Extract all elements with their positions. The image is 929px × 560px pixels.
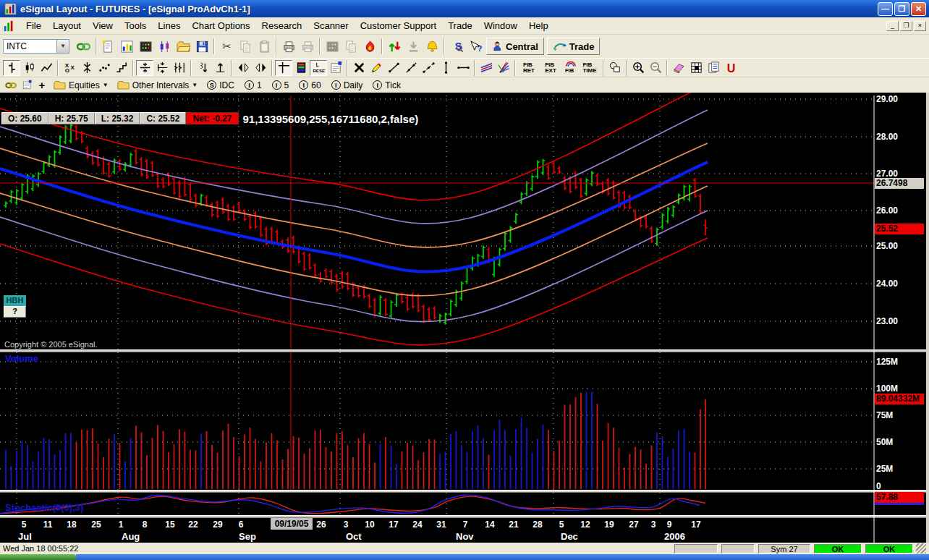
grid-icon[interactable] [687, 60, 705, 76]
menu-item-view[interactable]: View [87, 18, 119, 33]
central-button[interactable]: Central [486, 38, 544, 55]
equities-folder[interactable]: Equities ▼ [49, 80, 113, 90]
up-down-arrows-icon[interactable] [385, 37, 404, 56]
magnet-icon[interactable]: U [722, 60, 739, 76]
other-intervals-folder[interactable]: Other Intervals ▼ [113, 80, 203, 90]
point-figure-icon[interactable]: XOX [61, 60, 78, 76]
title-bar: eSignal Layout - FUTURES - [eSignal ProA… [0, 0, 929, 17]
shift-up-icon[interactable] [194, 60, 211, 76]
restore-button[interactable]: ❐ [894, 2, 909, 16]
status-ok-indicator-1: OK [814, 544, 862, 553]
link-group-icon[interactable] [3, 78, 19, 93]
menu-item-layout[interactable]: Layout [47, 18, 87, 33]
pitchfork-icon[interactable] [495, 60, 512, 76]
menu-item-research[interactable]: Research [256, 18, 308, 33]
menu-item-trade[interactable]: Trade [442, 18, 478, 33]
delete-tool-icon[interactable] [350, 60, 368, 76]
cut-icon[interactable]: ✂ [217, 37, 236, 56]
fib-time-icon[interactable]: FIBTIME [579, 60, 601, 76]
interval-button-idc[interactable]: SIDC [202, 80, 239, 90]
date-tick-label: 25 [91, 519, 101, 530]
fib-extension-icon[interactable]: FIBEXT [540, 60, 561, 76]
symbol-search-icon[interactable]: S [447, 37, 466, 56]
symbol-input[interactable]: INTC ▼ [3, 39, 69, 54]
interval-badge-icon: S [207, 80, 216, 90]
fib-circle-icon[interactable]: FIB [561, 60, 579, 76]
price-volume-stochastic-chart[interactable] [0, 93, 929, 543]
step-style-icon[interactable] [113, 60, 130, 76]
trade-button[interactable]: Trade [547, 38, 601, 55]
taskbar-start-sliver[interactable] [0, 554, 76, 560]
candle-style-icon[interactable] [20, 60, 38, 76]
reset-icon[interactable]: RESET [310, 60, 327, 76]
page-left-icon[interactable] [234, 60, 252, 76]
alert-bell-icon[interactable] [423, 37, 441, 56]
interval-button-1[interactable]: I1 [239, 80, 267, 90]
chevron-down-icon[interactable]: ▼ [56, 40, 69, 53]
context-help-icon[interactable]: ? [466, 37, 485, 56]
hot-list-icon[interactable] [360, 37, 379, 56]
color-bars-icon[interactable] [292, 60, 310, 76]
auto-scale-icon[interactable] [171, 60, 188, 76]
link-chain-icon[interactable] [74, 37, 93, 56]
close-button[interactable]: ✕ [911, 2, 926, 16]
new-page-icon[interactable] [98, 37, 117, 56]
open-folder-icon[interactable] [174, 37, 192, 56]
eraser-icon[interactable] [670, 60, 687, 76]
trade-button-label: Trade [569, 41, 595, 52]
fib-retracement-icon[interactable]: FIBRET [518, 60, 540, 76]
page-right-icon[interactable] [252, 60, 269, 76]
parallel-lines-icon[interactable] [478, 60, 495, 76]
date-tick-label: 28 [533, 519, 542, 530]
extended-line-icon[interactable] [420, 60, 437, 76]
chart-bars-icon[interactable] [117, 37, 136, 56]
menu-item-help[interactable]: Help [523, 18, 554, 33]
dot-style-icon[interactable] [96, 60, 113, 76]
pencil-tool-icon[interactable] [368, 60, 385, 76]
interval-button-60[interactable]: I60 [294, 80, 326, 90]
bar-style-icon[interactable] [3, 60, 20, 76]
line-style-icon[interactable] [38, 60, 55, 76]
crosshair-icon[interactable] [275, 60, 292, 76]
interval-button-daily[interactable]: IDaily [326, 80, 368, 90]
vertical-line-icon[interactable] [437, 60, 454, 76]
edit-studies-icon[interactable] [327, 60, 344, 76]
compress-icon[interactable] [136, 60, 153, 76]
quote-board-icon[interactable] [136, 37, 155, 56]
paste-icon [255, 37, 273, 56]
mdi-restore-button[interactable]: ❐ [900, 21, 912, 31]
trendline-icon[interactable] [385, 60, 402, 76]
pages-icon[interactable] [705, 60, 722, 76]
hbh-help-button[interactable]: ? [4, 306, 26, 318]
hbh-marker[interactable]: HBH [4, 295, 26, 306]
menu-item-lines[interactable]: Lines [152, 18, 186, 33]
menu-item-customer-support[interactable]: Customer Support [355, 18, 443, 33]
menu-item-chart-options[interactable]: Chart Options [186, 18, 255, 33]
chart-area[interactable]: O: 25.60 H: 25.75 L: 25.32 C: 25.52 Net:… [0, 93, 929, 543]
ray-line-icon[interactable] [402, 60, 420, 76]
shapes-icon[interactable] [606, 60, 624, 76]
minimize-button[interactable]: — [878, 2, 893, 16]
interval-button-tick[interactable]: ITick [368, 80, 406, 90]
expand-icon[interactable] [153, 60, 171, 76]
add-symbol-icon[interactable]: + [35, 78, 49, 93]
mdi-minimize-button[interactable]: _ [886, 21, 899, 31]
page-properties-icon[interactable] [19, 78, 35, 93]
mdi-close-button[interactable]: × [914, 21, 926, 31]
toolbar-separator [514, 60, 516, 76]
menu-item-window[interactable]: Window [478, 18, 523, 33]
print-icon[interactable] [279, 37, 298, 56]
menu-item-tools[interactable]: Tools [119, 18, 152, 33]
zoom-in-icon[interactable] [629, 60, 647, 76]
interval-button-5[interactable]: I5 [267, 80, 294, 90]
price-axis-label: 28.00 [876, 132, 924, 142]
taskbar-strip [76, 554, 929, 560]
profile-style-icon[interactable] [78, 60, 96, 76]
menu-item-file[interactable]: File [20, 18, 47, 33]
resize-grip[interactable] [916, 543, 926, 553]
shift-down-icon[interactable] [211, 60, 229, 76]
save-icon[interactable] [192, 37, 211, 56]
candle-window-icon[interactable] [155, 37, 174, 56]
horizontal-line-icon[interactable] [454, 60, 472, 76]
menu-item-scanner[interactable]: Scanner [307, 18, 354, 33]
